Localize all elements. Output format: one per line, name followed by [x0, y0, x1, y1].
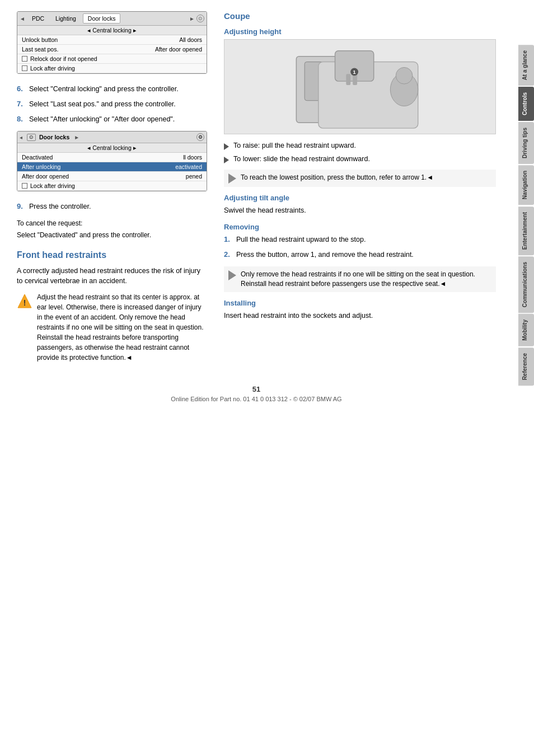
step-7-num: 7.: [17, 99, 26, 110]
tab-navigation[interactable]: Navigation: [518, 165, 534, 205]
page-container: ◄ PDC Lighting Door locks ► ⊙ ◂ Central …: [0, 0, 534, 756]
removing-step-2-num: 2.: [224, 250, 233, 260]
ui-row-deactivated: Deactivated ll doors: [17, 153, 207, 162]
front-head-title: Front head restraints: [17, 250, 207, 260]
installing-text: Insert head restraint into the sockets a…: [224, 311, 496, 321]
left-column: ◄ PDC Lighting Door locks ► ⊙ ◂ Central …: [17, 11, 207, 368]
tab-communications[interactable]: Communications: [518, 256, 534, 313]
ui-section-2: ◂ Central locking ▸: [17, 143, 207, 153]
bullet-raise-text: To raise: pull the head restraint upward…: [233, 141, 356, 151]
tab-entertainment[interactable]: Entertainment: [518, 206, 534, 255]
ui-tab-pdc[interactable]: PDC: [27, 14, 49, 23]
step-7: 7. Select "Last seat pos." and press the…: [17, 99, 207, 110]
note-text-1: To reach the lowest position, press the …: [241, 173, 433, 184]
removing-step-1-text: Pull the head restraint upward to the st…: [236, 234, 366, 245]
steps-list-2: 9. Press the controller.: [17, 201, 207, 212]
step-9-text: Press the controller.: [29, 201, 91, 212]
step-6: 6. Select "Central locking" and press th…: [17, 84, 207, 95]
warning-triangle-svg: !: [17, 293, 32, 309]
content-area: ◄ PDC Lighting Door locks ► ⊙ ◂ Central …: [0, 0, 518, 756]
svg-text:!: !: [24, 298, 26, 307]
ui-mockup-2: ◂ ⊙ Door locks ► ⚙ ◂ Central locking ▸ D…: [17, 131, 207, 191]
checkbox-relock-icon: [22, 56, 27, 62]
step-8-num: 8.: [17, 114, 26, 125]
tab-arrow: ► ⊙: [189, 15, 204, 22]
ui-rows-2: Deactivated ll doors After unlocking eac…: [17, 153, 207, 191]
ui-row-1: Unlock button All doors: [17, 35, 207, 45]
two-column-layout: ◄ PDC Lighting Door locks ► ⊙ ◂ Central …: [17, 11, 496, 368]
tab-driving-tips[interactable]: Driving tips: [518, 122, 534, 164]
adjusting-height-title: Adjusting height: [224, 27, 496, 36]
ui-tab-bar-2: ◂ ⊙ Door locks ► ⚙: [17, 132, 207, 143]
coupe-title: Coupe: [224, 11, 496, 21]
removing-step-2: 2. Press the button, arrow 1, and remove…: [224, 250, 496, 260]
step-8: 8. Select "After unlocking" or "After do…: [17, 114, 207, 125]
ui-row-2: Last seat pos. After door opened: [17, 45, 207, 54]
step-6-text: Select "Central locking" and press the c…: [29, 84, 179, 95]
adjusting-tilt-text: Swivel the head restraints.: [224, 205, 496, 216]
coupe-svg: 1: [224, 40, 495, 134]
svg-point-16: [396, 67, 413, 84]
note-text-2: Only remove the head restraints if no on…: [241, 270, 491, 289]
step-9-num: 9.: [17, 201, 26, 212]
warning-box: ! Adjust the head restraint so that its …: [17, 292, 207, 363]
ui-tab-lighting[interactable]: Lighting: [51, 14, 81, 23]
checkbox-lock-after-icon: [22, 183, 27, 189]
right-column: Coupe Adjusting height: [224, 11, 496, 368]
bullet-raise: To raise: pull the head restraint upward…: [224, 141, 496, 151]
ui-section-1: ◂ Central locking ▸: [17, 26, 207, 35]
page-number: 51: [17, 385, 496, 393]
ui-checkbox-lock-after-2: Lock after driving: [17, 181, 207, 191]
note-box-1: To reach the lowest position, press the …: [224, 170, 496, 187]
removing-title: Removing: [224, 223, 496, 231]
step-9: 9. Press the controller.: [17, 201, 207, 212]
note-triangle-2: [228, 270, 236, 280]
step-7-text: Select "Last seat pos." and press the co…: [29, 99, 176, 110]
removing-step-1: 1. Pull the head restraint upward to the…: [224, 234, 496, 245]
side-tabs: At a glance Controls Driving tips Naviga…: [518, 45, 534, 386]
svg-text:1: 1: [353, 69, 356, 75]
svg-rect-12: [353, 74, 357, 85]
warning-text: Adjust the head restraint so that its ce…: [37, 292, 207, 363]
ui-checkbox-lock-after: Lock after driving: [17, 64, 207, 73]
svg-rect-11: [346, 74, 350, 85]
step-8-text: Select "After unlocking" or "After door …: [29, 114, 175, 125]
tab-at-a-glance[interactable]: At a glance: [518, 45, 534, 86]
adjusting-tilt-title: Adjusting tilt angle: [224, 194, 496, 202]
ui-tab-bar-1: ◄ PDC Lighting Door locks ► ⊙: [17, 12, 207, 26]
ui-checkbox-relock: Relock door if not opened: [17, 54, 207, 64]
ui-tab-door-locks[interactable]: Door locks: [83, 13, 121, 24]
removing-step-1-num: 1.: [224, 234, 233, 245]
tab-reference[interactable]: Reference: [518, 348, 534, 386]
tab-controls[interactable]: Controls: [518, 87, 534, 121]
coupe-image: 1: [224, 39, 496, 134]
footer-text: Online Edition for Part no. 01 41 0 013 …: [17, 396, 496, 402]
front-head-body: A correctly adjusted head restraint redu…: [17, 266, 207, 287]
checkbox-lock-icon: [22, 65, 27, 71]
steps-list-1: 6. Select "Central locking" and press th…: [17, 84, 207, 124]
page-footer: 51 Online Edition for Part no. 01 41 0 0…: [17, 385, 496, 414]
bullet-tri-2: [224, 157, 229, 163]
cancel-label: To cancel the request:: [17, 219, 207, 228]
ui-row-after-unlocking: After unlocking eactivated: [17, 162, 207, 172]
note-triangle-1: [228, 173, 236, 184]
bullet-lower: To lower: slide the head restraint downw…: [224, 154, 496, 165]
removing-step-2-text: Press the button, arrow 1, and remove th…: [236, 250, 414, 260]
ui-mockup-1: ◄ PDC Lighting Door locks ► ⊙ ◂ Central …: [17, 11, 207, 74]
removing-steps: 1. Pull the head restraint upward to the…: [224, 234, 496, 260]
bullet-tri-1: [224, 143, 229, 150]
step-6-num: 6.: [17, 84, 26, 95]
bullet-lower-text: To lower: slide the head restraint downw…: [233, 154, 370, 165]
tab-mobility[interactable]: Mobility: [518, 314, 534, 346]
front-head-section: Front head restraints A correctly adjust…: [17, 250, 207, 363]
ui-row-after-door: After door opened pened: [17, 172, 207, 181]
warning-icon: !: [17, 293, 32, 309]
note-box-2: Only remove the head restraints if no on…: [224, 266, 496, 292]
cancel-text: Select "Deactivated" and press the contr…: [17, 231, 207, 240]
installing-title: Installing: [224, 299, 496, 307]
ui-rows-1: Unlock button All doors Last seat pos. A…: [17, 35, 207, 73]
